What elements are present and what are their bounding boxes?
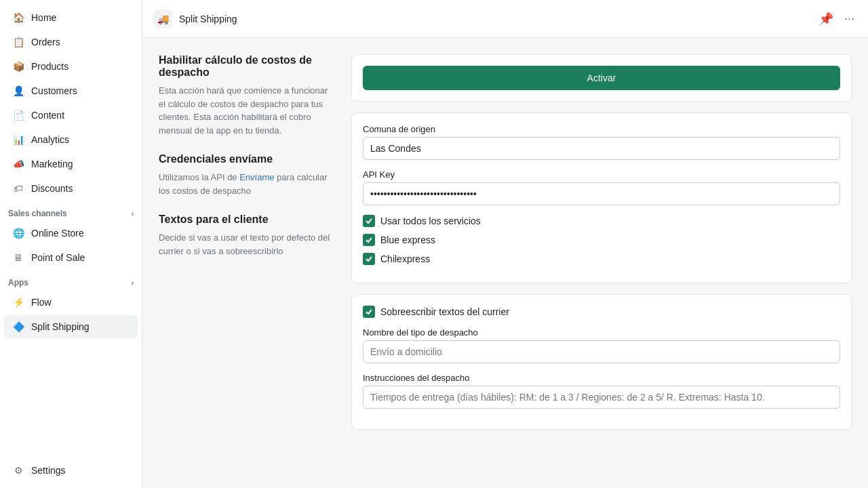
- online-store-icon: 🌐: [12, 227, 24, 239]
- sales-channels-section: Sales channels ›: [0, 201, 142, 221]
- apps-section: Apps ›: [0, 270, 142, 290]
- sales-channels-label: Sales channels: [8, 209, 67, 218]
- right-panel: Activar Comuna de origen API Key Usar to…: [351, 54, 852, 472]
- checkbox-chilexpress-label: Chilexpress: [380, 253, 430, 264]
- sidebar-label-home: Home: [31, 12, 56, 23]
- sidebar-label-products: Products: [31, 61, 68, 72]
- api-key-group: API Key: [363, 169, 840, 205]
- sidebar-label-marketing: Marketing: [31, 159, 73, 169]
- checkbox-sobreescribir-label: Sobreescribir textos del currier: [380, 306, 509, 317]
- sidebar-label-pos: Point of Sale: [31, 252, 85, 263]
- instrucciones-group: Instrucciones del despacho: [363, 373, 840, 409]
- sidebar-label-customers: Customers: [31, 85, 77, 96]
- sidebar-label-online-store: Online Store: [31, 228, 84, 239]
- apps-label: Apps: [8, 278, 28, 287]
- flow-icon: ⚡: [12, 296, 24, 308]
- settings-icon: ⚙: [12, 464, 24, 476]
- sidebar-item-settings[interactable]: ⚙ Settings: [4, 459, 138, 482]
- sidebar-label-discounts: Discounts: [31, 183, 73, 194]
- nombre-label: Nombre del tipo de despacho: [363, 327, 840, 338]
- sidebar-item-online-store[interactable]: 🌐 Online Store: [4, 222, 138, 245]
- sidebar-item-discounts[interactable]: 🏷 Discounts: [4, 177, 138, 200]
- topbar-right: 📌 ···: [816, 9, 857, 29]
- sidebar-item-marketing[interactable]: 📣 Marketing: [4, 152, 138, 176]
- nombre-input[interactable]: [363, 340, 840, 363]
- analytics-icon: 📊: [12, 134, 24, 146]
- section1-header: Habilitar cálculo de costos de despacho …: [159, 54, 335, 137]
- discounts-icon: 🏷: [12, 182, 24, 195]
- checkbox-usar-todos-box[interactable]: [363, 215, 375, 227]
- checkmark-icon: [365, 255, 373, 263]
- sidebar-item-orders[interactable]: 📋 Orders: [4, 30, 138, 54]
- commune-label: Comuna de origen: [363, 124, 840, 134]
- checkbox-blue-express-box[interactable]: [363, 234, 375, 246]
- customers-icon: 👤: [12, 85, 24, 97]
- topbar-title: Split Shipping: [179, 14, 237, 24]
- split-shipping-icon: 🔷: [12, 321, 24, 333]
- section2-title: Credenciales envíame: [159, 153, 335, 165]
- sidebar-item-point-of-sale[interactable]: 🖥 Point of Sale: [4, 246, 138, 269]
- sidebar-label-settings: Settings: [31, 465, 66, 476]
- orders-icon: 📋: [12, 36, 24, 48]
- marketing-icon: 📣: [12, 158, 24, 170]
- sidebar-item-customers[interactable]: 👤 Customers: [4, 79, 138, 102]
- textos-card: Sobreescribir textos del currier Nombre …: [351, 294, 852, 430]
- checkbox-sobreescribir-box[interactable]: [363, 306, 375, 318]
- section1-title: Habilitar cálculo de costos de despacho: [159, 54, 335, 79]
- apps-arrow: ›: [132, 279, 134, 287]
- sidebar-item-products[interactable]: 📦 Products: [4, 55, 138, 78]
- sidebar-label-orders: Orders: [31, 37, 60, 47]
- sidebar-label-split-shipping: Split Shipping: [31, 321, 90, 332]
- commune-input[interactable]: [363, 137, 840, 160]
- pos-icon: 🖥: [12, 251, 24, 264]
- sidebar-label-flow: Flow: [31, 297, 52, 308]
- activate-card: Activar: [351, 54, 852, 102]
- checkbox-chilexpress[interactable]: Chilexpress: [363, 253, 840, 265]
- instrucciones-label: Instrucciones del despacho: [363, 373, 840, 383]
- sidebar-item-home[interactable]: 🏠 Home: [4, 6, 138, 29]
- section3-header: Textos para el cliente Decide si vas a u…: [159, 214, 335, 258]
- section1-desc: Esta acción hará que comience a funciona…: [159, 84, 335, 137]
- content-area: Habilitar cálculo de costos de despacho …: [142, 38, 868, 488]
- instrucciones-input[interactable]: [363, 386, 840, 409]
- activate-button[interactable]: Activar: [363, 66, 840, 90]
- nombre-group: Nombre del tipo de despacho: [363, 327, 840, 363]
- checkbox-blue-express[interactable]: Blue express: [363, 234, 840, 246]
- topbar-left: 🚚 Split Shipping: [153, 9, 237, 28]
- products-icon: 📦: [12, 60, 24, 73]
- topbar: 🚚 Split Shipping 📌 ···: [142, 0, 868, 38]
- app-icon: 🚚: [153, 9, 172, 28]
- checkmark-icon: [365, 308, 373, 316]
- checkmark-icon: [365, 236, 373, 244]
- main-area: 🚚 Split Shipping 📌 ··· Habilitar cálculo…: [142, 0, 868, 488]
- content-icon: 📄: [12, 109, 24, 121]
- sales-channels-arrow: ›: [132, 210, 134, 218]
- left-panel: Habilitar cálculo de costos de despacho …: [159, 54, 335, 472]
- checkbox-usar-todos[interactable]: Usar todos los servicios: [363, 215, 840, 227]
- checkbox-chilexpress-box[interactable]: [363, 253, 375, 265]
- sidebar-item-flow[interactable]: ⚡ Flow: [4, 291, 138, 314]
- sidebar-label-content: Content: [31, 110, 64, 121]
- sidebar-item-content[interactable]: 📄 Content: [4, 104, 138, 127]
- section2-header: Credenciales envíame Utilizamos la API d…: [159, 153, 335, 197]
- section2-desc-prefix: Utilizamos la API de: [159, 172, 239, 182]
- sidebar-label-analytics: Analytics: [31, 134, 69, 145]
- commune-group: Comuna de origen: [363, 124, 840, 160]
- home-icon: 🏠: [12, 12, 24, 24]
- section2-desc: Utilizamos la API de Envíame para calcul…: [159, 171, 335, 197]
- section3-title: Textos para el cliente: [159, 214, 335, 226]
- pin-button[interactable]: 📌: [816, 9, 836, 29]
- checkbox-usar-todos-label: Usar todos los servicios: [380, 216, 481, 226]
- checkbox-sobreescribir[interactable]: Sobreescribir textos del currier: [363, 306, 840, 318]
- section3-desc: Decide si vas a usar el texto por defect…: [159, 231, 335, 258]
- credentials-card: Comuna de origen API Key Usar todos los …: [351, 113, 852, 283]
- sidebar-item-analytics[interactable]: 📊 Analytics: [4, 128, 138, 151]
- sidebar-item-split-shipping[interactable]: 🔷 Split Shipping: [4, 315, 138, 338]
- checkmark-icon: [365, 217, 373, 225]
- more-button[interactable]: ···: [842, 9, 857, 28]
- sidebar: 🏠 Home 📋 Orders 📦 Products 👤 Customers 📄…: [0, 0, 142, 488]
- enviame-link[interactable]: Envíame: [239, 172, 274, 182]
- api-key-label: API Key: [363, 169, 840, 180]
- api-key-input[interactable]: [363, 182, 840, 205]
- checkbox-blue-express-label: Blue express: [380, 235, 435, 245]
